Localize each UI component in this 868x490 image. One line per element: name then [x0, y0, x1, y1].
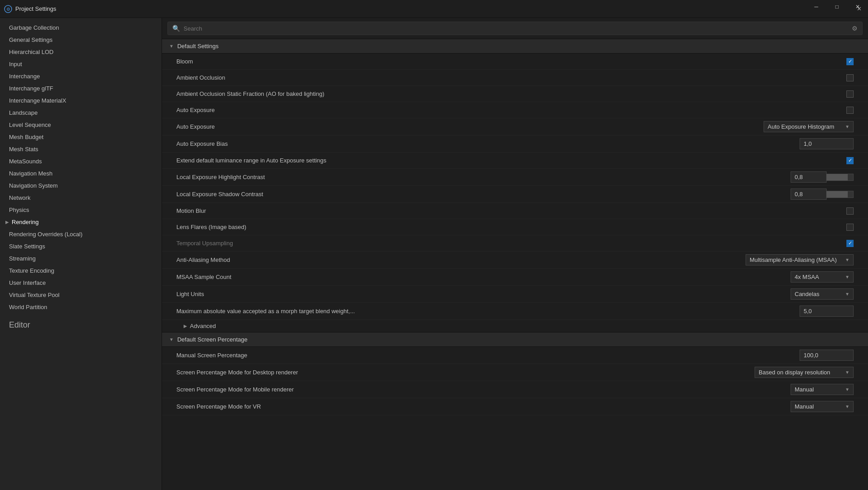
sidebar-item-level-sequence[interactable]: Level Sequence	[0, 119, 162, 131]
sidebar-item-navigation-system[interactable]: Navigation System	[0, 180, 162, 192]
sidebar-item-mesh-budget[interactable]: Mesh Budget	[0, 131, 162, 143]
screen-pct-mobile-row: Screen Percentage Mode for Mobile render…	[162, 381, 868, 398]
maximize-button[interactable]: □	[827, 0, 847, 13]
screen-pct-mobile-dropdown[interactable]: Manual ▼	[791, 384, 854, 395]
sidebar-item-label-navigation-mesh: Navigation Mesh	[9, 170, 53, 177]
default-settings-section-header[interactable]: ▼ Default Settings	[162, 39, 868, 54]
sidebar-item-label-rendering-overrides: Rendering Overrides (Local)	[9, 231, 82, 238]
auto-exposure-bias-input[interactable]	[800, 138, 854, 149]
sidebar-item-physics[interactable]: Physics	[0, 204, 162, 216]
tab-title: Project Settings	[15, 5, 854, 12]
sidebar-item-streaming[interactable]: Streaming	[0, 252, 162, 265]
temporal-upsampling-value	[846, 240, 854, 247]
search-input[interactable]	[184, 25, 852, 32]
sidebar-item-navigation-mesh[interactable]: Navigation Mesh	[0, 167, 162, 180]
morph-weight-value	[800, 306, 854, 317]
advanced-arrow-icon: ▶	[184, 324, 187, 328]
local-highlight-contrast-value	[791, 171, 854, 183]
sidebar-item-interchange-gltf[interactable]: Interchange glTF	[0, 82, 162, 94]
search-icon: 🔍	[172, 25, 180, 32]
manual-screen-pct-input[interactable]	[800, 350, 854, 361]
screen-pct-vr-value: Manual ▼	[791, 401, 854, 412]
bloom-value	[846, 58, 854, 65]
local-highlight-contrast-label: Local Exposure Highlight Contrast	[176, 174, 791, 180]
sidebar-item-input[interactable]: Input	[0, 58, 162, 70]
screen-pct-section-collapse-arrow: ▼	[169, 337, 174, 342]
sidebar-item-landscape[interactable]: Landscape	[0, 107, 162, 119]
ao-static-fraction-label: Ambient Occlusion Static Fraction (AO fo…	[176, 90, 846, 97]
local-highlight-contrast-slider[interactable]	[827, 174, 854, 181]
light-units-row: Light Units Candelas ▼	[162, 286, 868, 303]
sidebar-item-slate-settings[interactable]: Slate Settings	[0, 240, 162, 252]
sidebar-item-general-settings[interactable]: General Settings	[0, 34, 162, 46]
sidebar-item-label-garbage-collection: Garbage Collection	[9, 24, 59, 31]
advanced-row[interactable]: ▶ Advanced	[162, 320, 868, 332]
bloom-checkbox[interactable]	[846, 58, 854, 65]
screen-pct-desktop-dropdown[interactable]: Based on display resolution ▼	[755, 367, 854, 378]
sidebar-item-mesh-stats[interactable]: Mesh Stats	[0, 143, 162, 155]
msaa-sample-dropdown[interactable]: 4x MSAA ▼	[791, 271, 854, 283]
anti-aliasing-label: Anti-Aliasing Method	[176, 256, 746, 263]
auto-exposure-dropdown-arrow: ▼	[845, 124, 850, 129]
sidebar-item-texture-encoding[interactable]: Texture Encoding	[0, 265, 162, 277]
ao-static-fraction-row: Ambient Occlusion Static Fraction (AO fo…	[162, 86, 868, 102]
motion-blur-value	[846, 207, 854, 215]
screen-pct-vr-row: Screen Percentage Mode for VR Manual ▼	[162, 398, 868, 415]
sidebar-item-user-interface[interactable]: User Interface	[0, 277, 162, 289]
morph-weight-input[interactable]	[800, 306, 854, 317]
local-shadow-contrast-value	[791, 189, 854, 200]
search-settings-icon[interactable]: ⚙	[852, 25, 858, 32]
search-bar[interactable]: 🔍 ⚙	[167, 22, 863, 35]
auto-exposure-check-value	[846, 107, 854, 114]
lens-flares-row: Lens Flares (Image based)	[162, 219, 868, 235]
sidebar-item-interchange[interactable]: Interchange	[0, 70, 162, 82]
screen-pct-vr-dropdown-arrow: ▼	[845, 404, 850, 409]
sidebar-item-hierarchical-lod[interactable]: Hierarchical LOD	[0, 46, 162, 58]
auto-exposure-checkbox[interactable]	[846, 107, 854, 114]
sidebar-item-network[interactable]: Network	[0, 192, 162, 204]
local-shadow-contrast-slider[interactable]	[827, 191, 854, 198]
sidebar-item-label-rendering: Rendering	[12, 219, 39, 225]
screen-pct-vr-dropdown-text: Manual	[795, 403, 842, 410]
temporal-upsampling-row: Temporal Upsampling	[162, 235, 868, 252]
morph-weight-row: Maximum absolute value accepted as a mor…	[162, 303, 868, 320]
auto-exposure-dropdown[interactable]: Auto Exposure Histogram ▼	[764, 121, 854, 132]
screen-pct-vr-label: Screen Percentage Mode for VR	[176, 403, 791, 410]
sidebar-item-label-navigation-system: Navigation System	[9, 182, 58, 189]
advanced-label: Advanced	[190, 323, 216, 329]
screen-percentage-section-header[interactable]: ▼ Default Screen Percentage	[162, 332, 868, 347]
anti-aliasing-dropdown-arrow: ▼	[845, 257, 850, 262]
light-units-dropdown-arrow: ▼	[845, 292, 850, 297]
ao-static-fraction-value	[846, 90, 854, 98]
motion-blur-checkbox[interactable]	[846, 207, 854, 215]
sidebar-item-virtual-texture-pool[interactable]: Virtual Texture Pool	[0, 289, 162, 301]
light-units-value: Candelas ▼	[791, 288, 854, 300]
light-units-label: Light Units	[176, 291, 791, 297]
close-button[interactable]: ✕	[847, 0, 868, 13]
local-highlight-contrast-input[interactable]	[791, 171, 827, 183]
lens-flares-value	[846, 224, 854, 231]
anti-aliasing-dropdown[interactable]: Multisample Anti-Aliasing (MSAA) ▼	[746, 254, 854, 265]
light-units-dropdown-text: Candelas	[795, 291, 842, 297]
msaa-sample-value: 4x MSAA ▼	[791, 271, 854, 283]
ao-static-fraction-checkbox[interactable]	[846, 90, 854, 98]
temporal-upsampling-checkbox[interactable]	[846, 240, 854, 247]
ambient-occlusion-checkbox[interactable]	[846, 74, 854, 81]
sidebar-item-interchange-materialx[interactable]: Interchange MaterialX	[0, 94, 162, 107]
sidebar-item-garbage-collection[interactable]: Garbage Collection	[0, 22, 162, 34]
screen-pct-vr-dropdown[interactable]: Manual ▼	[791, 401, 854, 412]
sidebar-item-world-partition[interactable]: World Partition	[0, 301, 162, 313]
extend-luminance-checkbox[interactable]	[846, 157, 854, 164]
anti-aliasing-value: Multisample Anti-Aliasing (MSAA) ▼	[746, 254, 854, 265]
auto-exposure-bias-row: Auto Exposure Bias	[162, 135, 868, 153]
sidebar-item-label-metasounds: MetaSounds	[9, 158, 42, 165]
auto-exposure-dropdown-label: Auto Exposure	[176, 123, 764, 130]
sidebar-item-rendering[interactable]: ▶Rendering	[0, 216, 162, 228]
sidebar-item-metasounds[interactable]: MetaSounds	[0, 155, 162, 167]
sidebar-item-label-landscape: Landscape	[9, 109, 38, 116]
sidebar-item-rendering-overrides[interactable]: Rendering Overrides (Local)	[0, 228, 162, 240]
light-units-dropdown[interactable]: Candelas ▼	[791, 288, 854, 300]
minimize-button[interactable]: ─	[806, 0, 827, 13]
lens-flares-checkbox[interactable]	[846, 224, 854, 231]
local-shadow-contrast-input[interactable]	[791, 189, 827, 200]
